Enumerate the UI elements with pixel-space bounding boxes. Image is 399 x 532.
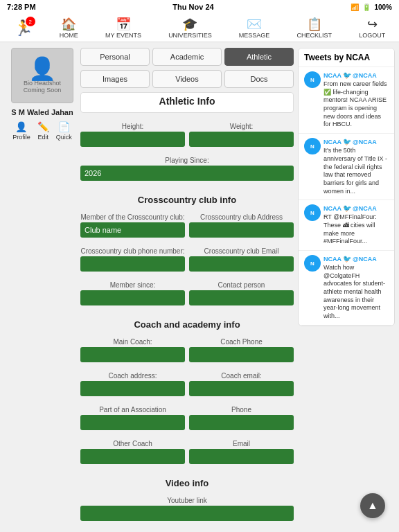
tab-row-1: Personal Academic Athletic [80, 48, 294, 66]
avatar-placeholder-icon: 👤 [28, 57, 56, 80]
nav-universities-label: UNIVERSITIES [168, 32, 212, 39]
avatar-line2: Coming Soon [24, 87, 62, 94]
coach-assoc-group: Part of an Association [80, 406, 185, 430]
coach-phone-group: Coach Phone [189, 338, 294, 362]
crosscountry-address-label: Crosscountry club Address [189, 213, 294, 221]
quick-icon: 📄 [58, 121, 70, 132]
tab-videos[interactable]: Videos [152, 70, 222, 88]
weight-field-group: Weight: [189, 123, 294, 147]
nav-logout[interactable]: ↪ LOGOUT [359, 18, 385, 39]
graduation-icon: 🎓 [182, 18, 197, 30]
battery-icon: 🔋 [362, 3, 371, 11]
nav-home[interactable]: 🏠 HOME [60, 18, 78, 39]
center-content: Personal Academic Athletic Images Videos… [80, 48, 294, 532]
height-input[interactable] [80, 132, 185, 147]
youtube-input[interactable] [80, 506, 294, 521]
youtube-label: Youtuber link [80, 497, 294, 504]
tweet-handle-1: NCAA 🐦 @NCAA [323, 138, 389, 145]
coach-email-group: Coach email: [189, 372, 294, 396]
playing-since-input[interactable]: 2026 [80, 166, 294, 181]
coach-email-input[interactable] [189, 381, 294, 396]
status-bar: 7:28 PM Thu Nov 24 📶 🔋 100% [0, 0, 399, 14]
other-email-input[interactable] [189, 449, 294, 464]
coach-address-input[interactable] [80, 381, 185, 396]
profile-action-quick[interactable]: 📄 Quick [56, 121, 72, 141]
weight-input[interactable] [189, 132, 294, 147]
other-email-group: Email [189, 440, 294, 464]
crosscountry-email-label: Crosscountry club Email [189, 247, 294, 255]
main-coach-input[interactable] [80, 347, 185, 362]
crosscountry-member-since-input[interactable] [80, 290, 185, 305]
height-weight-row: Height: Weight: [80, 123, 294, 147]
nav-logo[interactable]: 🏃 2 [14, 19, 33, 37]
message-icon: ✉️ [247, 18, 262, 30]
tweet-text-1: It's the 50th anniversary of Title IX - … [323, 147, 389, 195]
avatar-line1: Bio Headshot [24, 80, 61, 87]
twitter-icon-2: 🐦 [343, 204, 351, 212]
top-nav: 🏃 2 🏠 HOME 📅 MY EVENTS 🎓 UNIVERSITIES ✉️… [0, 14, 399, 42]
checklist-icon: 📋 [307, 18, 322, 30]
coach-address-email-row: Coach address: Coach email: [80, 372, 294, 396]
other-coach-input[interactable] [80, 449, 185, 464]
nav-checklist[interactable]: 📋 CHECKLIST [297, 18, 332, 39]
tab-images[interactable]: Images [80, 70, 150, 88]
scroll-up-button[interactable]: ▲ [360, 493, 385, 518]
weight-label: Weight: [189, 123, 294, 130]
crosscountry-address-group: Crosscountry club Address [189, 213, 294, 238]
crosscountry-member-row: Member of the Crosscountry club: Club na… [80, 213, 294, 238]
crosscountry-member-group: Member of the Crosscountry club: Club na… [80, 213, 185, 238]
coach-assoc-input[interactable] [80, 415, 185, 430]
tab-academic[interactable]: Academic [152, 48, 222, 66]
nav-my-events[interactable]: 📅 MY EVENTS [105, 18, 141, 39]
crosscountry-phone-label: Crosscountry club phone number: [80, 247, 185, 255]
coach-assoc-phone-label: Phone [189, 406, 294, 414]
tweet-handle-2: NCAA 🐦 @NCAA [323, 204, 389, 212]
crosscountry-email-input[interactable] [189, 256, 294, 272]
coach-email-label: Coach email: [189, 372, 294, 380]
tweet-item-0: N NCAA 🐦 @NCAA From new career fields ✅ … [299, 67, 394, 134]
coach-address-label: Coach address: [80, 372, 185, 380]
crosscountry-address-input[interactable] [189, 222, 294, 238]
coach-assoc-label: Part of an Association [80, 406, 185, 414]
status-right: 📶 🔋 100% [351, 3, 392, 11]
athletic-info-title: Athletic Info [80, 92, 294, 113]
nav-message[interactable]: ✉️ MESSAGE [239, 18, 270, 39]
coach-assoc-phone-input[interactable] [189, 415, 294, 430]
tab-personal[interactable]: Personal [80, 48, 150, 66]
tab-row-2: Images Videos Docs [80, 70, 294, 88]
left-sidebar: 👤 Bio Headshot Coming Soon S M Waled Jah… [4, 48, 80, 532]
calendar-icon: 📅 [116, 18, 131, 30]
tweet-item-2: N NCAA 🐦 @NCAA RT @MFFinalFour: These 🏙 … [299, 200, 394, 251]
twitter-icon-1: 🐦 [343, 138, 351, 145]
profile-action-edit[interactable]: ✏️ Edit [37, 121, 49, 141]
crosscountry-contact-group: Contact person [189, 281, 294, 305]
nav-logout-label: LOGOUT [359, 32, 385, 39]
tweet-avatar-2: N [304, 204, 321, 221]
crosscountry-phone-email-row: Crosscountry club phone number: Crosscou… [80, 247, 294, 272]
tab-athletic[interactable]: Athletic [224, 48, 294, 66]
coach-title: Coach and academy info [80, 315, 294, 334]
crosscountry-contact-input[interactable] [189, 290, 294, 305]
crosscountry-member-since-group: Member since: [80, 281, 185, 305]
profile-action-profile[interactable]: 👤 Profile [12, 121, 30, 141]
nav-message-label: MESSAGE [239, 32, 270, 39]
crosscountry-phone-input[interactable] [80, 256, 185, 272]
nav-checklist-label: CHECKLIST [297, 32, 332, 39]
tweet-item-1: N NCAA 🐦 @NCAA It's the 50th anniversary… [299, 134, 394, 200]
home-icon: 🏠 [61, 18, 76, 30]
nav-universities[interactable]: 🎓 UNIVERSITIES [168, 18, 212, 39]
crosscountry-member-label: Member of the Crosscountry club: [80, 213, 185, 221]
crosscountry-contact-label: Contact person [189, 281, 294, 289]
logout-icon: ↪ [367, 18, 378, 30]
tweets-header: Tweets by NCAA [299, 48, 394, 67]
tab-docs[interactable]: Docs [224, 70, 294, 88]
user-name: S M Waled Jahan [11, 107, 73, 117]
tweet-content-3: NCAA 🐦 @NCAA Watch how @ColgateFH advoca… [323, 255, 389, 321]
coach-phone-label: Coach Phone [189, 338, 294, 346]
height-label: Height: [80, 123, 185, 130]
height-field-group: Height: [80, 123, 185, 147]
coach-phone-input[interactable] [189, 347, 294, 362]
tweet-avatar-3: N [304, 255, 321, 272]
tweet-handle-3: NCAA 🐦 @NCAA [323, 255, 389, 263]
crosscountry-member-input[interactable]: Club name [80, 222, 185, 238]
